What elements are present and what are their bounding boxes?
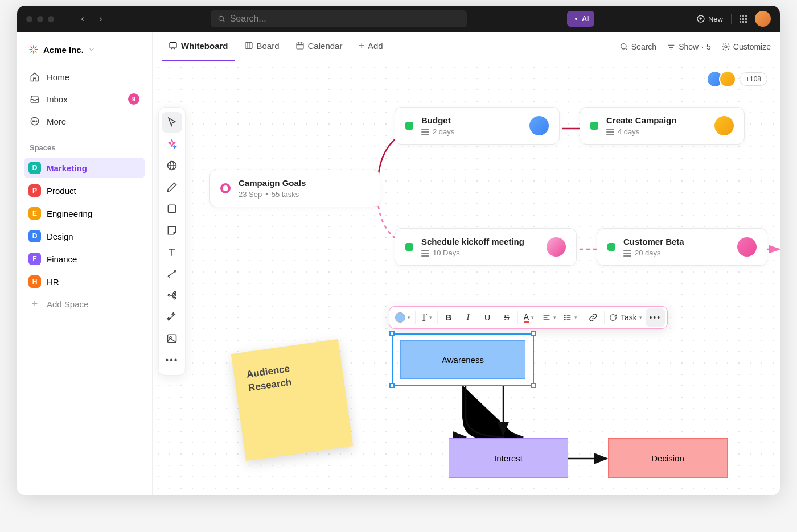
shape-awareness[interactable]: Awareness [400, 340, 525, 379]
more-horizontal-icon [30, 116, 40, 126]
svg-point-47 [565, 315, 565, 315]
plus-icon: + [358, 40, 364, 52]
fmt-convert-task[interactable]: Task▾ [606, 308, 646, 327]
sidebar: Acme Inc. Home Inbox 9 More Spaces DMark… [17, 32, 153, 495]
svg-rect-19 [245, 43, 252, 49]
fmt-link[interactable] [584, 308, 603, 327]
mindmap-icon [166, 290, 178, 301]
bold-icon: B [446, 313, 451, 322]
sidebar-space-design[interactable]: DDesign [24, 226, 145, 246]
tool-connector[interactable] [162, 263, 182, 284]
fmt-text-color[interactable]: A▾ [519, 308, 539, 327]
presence-avatar[interactable] [719, 71, 736, 88]
svg-line-10 [31, 47, 32, 48]
fmt-bold[interactable]: B [439, 308, 458, 327]
tab-calendar[interactable]: Calendar [289, 32, 350, 61]
spaces-heading: Spaces [24, 133, 145, 155]
text-size-icon: T [421, 312, 427, 324]
presence-more[interactable]: +108 [740, 72, 767, 86]
resize-handle[interactable] [389, 383, 395, 388]
shape-decision[interactable]: Decision [608, 438, 728, 478]
global-search-input[interactable]: Search... [211, 10, 467, 27]
tab-add-view[interactable]: +Add [351, 32, 389, 61]
tool-ai-generate[interactable] [162, 134, 182, 154]
sidebar-space-product[interactable]: PProduct [24, 180, 145, 201]
tool-mindmap[interactable] [162, 285, 182, 306]
sticky-note-audience-research[interactable]: Audience Research [231, 339, 354, 461]
underline-icon: U [484, 313, 490, 322]
image-icon [166, 333, 178, 344]
presence-avatars[interactable]: +108 [711, 71, 767, 88]
fmt-align[interactable]: ▾ [539, 308, 560, 327]
tool-magic[interactable] [162, 307, 182, 327]
sidebar-space-finance[interactable]: FFinance [24, 249, 145, 269]
svg-point-39 [174, 291, 175, 293]
nav-forward-button[interactable]: › [93, 11, 109, 27]
cursor-icon [166, 117, 178, 128]
titlebar: ‹ › Search... AI New [17, 6, 780, 32]
fmt-italic[interactable]: I [458, 308, 478, 327]
fmt-strikethrough[interactable]: S [497, 308, 516, 327]
tool-sticky[interactable] [162, 220, 182, 241]
toolbar-customize-button[interactable]: Customize [721, 42, 771, 51]
sidebar-space-marketing[interactable]: DMarketing [24, 158, 145, 178]
nav-back-button[interactable]: ‹ [75, 11, 91, 27]
shape-interest[interactable]: Interest [449, 438, 568, 478]
inbox-badge: 9 [128, 93, 139, 105]
fmt-more[interactable]: ••• [646, 308, 665, 327]
tool-web[interactable] [162, 155, 182, 176]
sidebar-item-inbox[interactable]: Inbox 9 [24, 89, 145, 109]
task-card-budget[interactable]: Budget 2 days [395, 107, 560, 145]
tool-select[interactable] [162, 112, 182, 133]
search-icon [217, 15, 225, 23]
tool-shape[interactable] [162, 199, 182, 219]
fmt-underline[interactable]: U [478, 308, 497, 327]
svg-rect-22 [297, 43, 303, 49]
fmt-list[interactable]: ▾ [560, 308, 581, 327]
description-icon [421, 129, 429, 135]
tab-board[interactable]: Board [237, 32, 286, 61]
add-space-button[interactable]: +Add Space [24, 294, 145, 314]
sidebar-space-engineering[interactable]: EEngineering [24, 203, 145, 224]
toolbar-search-button[interactable]: Search [619, 42, 656, 51]
window-controls[interactable] [26, 16, 54, 22]
fmt-font-size[interactable]: T▾ [417, 308, 436, 327]
apps-button[interactable] [740, 15, 747, 23]
task-card-create-campaign[interactable]: Create Campaign 4 days [580, 107, 745, 145]
svg-point-0 [219, 16, 223, 20]
sidebar-item-home[interactable]: Home [24, 67, 145, 86]
new-button[interactable]: New [696, 14, 723, 23]
tool-pen[interactable] [162, 177, 182, 197]
tool-image[interactable] [162, 328, 182, 349]
tab-whiteboard[interactable]: Whiteboard [162, 32, 235, 61]
strikethrough-icon: S [504, 313, 509, 322]
whiteboard-canvas[interactable]: +108 ••• [153, 61, 780, 495]
text-color-icon: A [524, 312, 529, 323]
user-avatar[interactable] [755, 11, 771, 27]
svg-point-41 [174, 297, 175, 299]
task-card-goals[interactable]: Campaign Goals 23 Sep•55 tasks [209, 170, 380, 207]
sidebar-item-more[interactable]: More [24, 112, 145, 131]
assignee-avatar[interactable] [547, 237, 566, 257]
magic-wand-icon [166, 311, 178, 323]
svg-rect-18 [170, 43, 176, 48]
assignee-avatar[interactable] [737, 237, 757, 257]
apps-icon [740, 15, 747, 23]
tool-more[interactable]: ••• [162, 350, 182, 370]
task-card-customer-beta[interactable]: Customer Beta 20 days [597, 228, 767, 266]
ai-button[interactable]: AI [567, 11, 594, 27]
tool-text[interactable] [162, 242, 182, 262]
fmt-fill-color[interactable]: ▾ [392, 308, 414, 327]
toolbar-show-button[interactable]: Show·5 [667, 42, 711, 51]
resize-handle[interactable] [531, 331, 536, 336]
resize-handle[interactable] [531, 383, 536, 388]
status-square-icon [607, 243, 615, 251]
task-card-kickoff[interactable]: Schedule kickoff meeting 10 Days [395, 228, 577, 266]
workspace-switcher[interactable]: Acme Inc. [24, 41, 145, 58]
svg-point-2 [575, 18, 577, 20]
assignee-avatar[interactable] [714, 116, 734, 135]
sidebar-space-hr[interactable]: HHR [24, 271, 145, 292]
assignee-avatar[interactable] [529, 116, 549, 135]
resize-handle[interactable] [389, 331, 395, 336]
ai-sparkle-icon [166, 138, 178, 150]
